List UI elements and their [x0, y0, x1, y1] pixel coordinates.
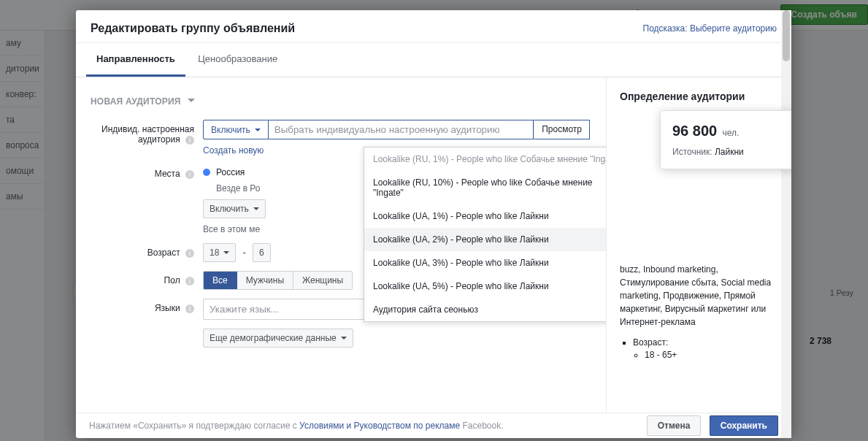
location-pin-icon	[203, 169, 210, 176]
browse-button[interactable]: Просмотр	[534, 120, 590, 139]
chevron-down-icon	[255, 129, 261, 134]
gender-all[interactable]: Все	[204, 272, 237, 289]
label-gender: Пол i	[88, 271, 203, 285]
footer-note: Нажатием «Сохранить» я подтверждаю согла…	[89, 421, 504, 431]
gender-segments: Все Мужчины Женщины	[203, 271, 353, 290]
custom-audience-input[interactable]	[269, 120, 534, 139]
modal-header: Редактировать группу объявлений Подсказк…	[76, 10, 791, 43]
info-icon[interactable]: i	[185, 304, 194, 313]
audience-count: 96 800	[672, 123, 717, 139]
modal-footer: Нажатием «Сохранить» я подтверждаю согла…	[76, 413, 791, 438]
include-mode-button[interactable]: Включить	[203, 120, 269, 139]
audience-option[interactable]: Lookalike (RU, 10%) - People who like Со…	[364, 171, 606, 204]
cancel-button[interactable]: Отмена	[647, 415, 702, 436]
age-to-select[interactable]: 6	[253, 243, 271, 262]
save-button[interactable]: Сохранить	[710, 415, 778, 436]
new-audience-heading[interactable]: НОВАЯ АУДИТОРИЯ	[88, 92, 590, 120]
audience-option[interactable]: Lookalike (UA, 3%) - People who like Лай…	[364, 251, 606, 275]
audience-source-label: Источник:	[672, 147, 713, 157]
chevron-down-icon	[223, 251, 229, 257]
audience-unit: чел.	[723, 128, 740, 138]
audience-option[interactable]: Lookalike (UA, 5%) - People who like Лай…	[364, 275, 606, 298]
label-languages: Языки i	[88, 299, 203, 313]
aside-interests-tail: buzz, Inbound marketing, Стимулирование …	[620, 263, 777, 329]
aside-title: Определение аудитории	[620, 91, 777, 102]
audience-option[interactable]: Lookalike (UA, 2%) - People who like Лай…	[364, 228, 606, 251]
chevron-down-icon	[341, 337, 347, 342]
audience-source-value: Лайкни	[715, 147, 744, 157]
aside-age-value: 18 - 65+	[645, 350, 777, 360]
audience-option[interactable]: Lookalike (RU, 1%) - People who like Соб…	[364, 147, 606, 171]
gender-female[interactable]: Женщины	[293, 272, 352, 289]
audience-dropdown: Lookalike (RU, 1%) - People who like Соб…	[364, 147, 606, 322]
tab-pricing[interactable]: Ценообразование	[188, 43, 288, 74]
audience-option[interactable]: Lookalike (UA, 1%) - People who like Лай…	[364, 204, 606, 228]
info-icon[interactable]: i	[185, 277, 194, 285]
age-from-select[interactable]: 18	[203, 243, 236, 262]
audience-option[interactable]: Аудитория сайта сеоньюзВеб-сайт	[364, 298, 606, 321]
audience-size-card: 96 800 чел. Источник: Лайкни	[660, 110, 791, 169]
modal-tabs: Направленность Ценообразование	[76, 43, 791, 77]
info-icon[interactable]: i	[185, 170, 194, 179]
location-include-button[interactable]: Включить	[203, 199, 266, 218]
chevron-down-icon	[253, 207, 259, 213]
gender-male[interactable]: Мужчины	[237, 272, 293, 289]
aside-age-label: Возраст: 18 - 65+	[633, 337, 777, 360]
tab-targeting[interactable]: Направленность	[86, 43, 185, 77]
hint-link[interactable]: Подсказка: Выберите аудиторию	[643, 23, 777, 34]
label-age: Возраст i	[88, 243, 203, 258]
terms-link[interactable]: Условиями и Руководством по рекламе	[299, 421, 460, 431]
more-demographics-button[interactable]: Еще демографические данные	[203, 329, 353, 348]
form-area: НОВАЯ АУДИТОРИЯ Индивид. настроенная ауд…	[76, 77, 606, 413]
modal-title: Редактировать группу объявлений	[91, 22, 295, 35]
info-icon[interactable]: i	[185, 136, 194, 145]
label-custom-audience: Индивид. настроенная аудитория i	[88, 120, 203, 145]
info-icon[interactable]: i	[185, 249, 194, 258]
label-locations: Места i	[88, 164, 203, 179]
chevron-down-icon	[188, 99, 195, 106]
edit-adset-modal: Редактировать группу объявлений Подсказк…	[76, 10, 791, 438]
